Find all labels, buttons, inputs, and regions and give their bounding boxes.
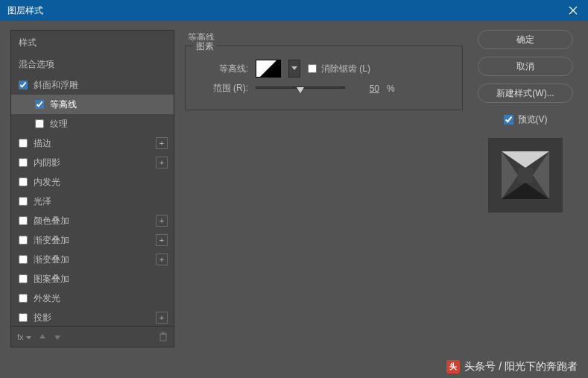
style-checkbox[interactable] bbox=[19, 313, 28, 322]
add-effect-icon[interactable]: + bbox=[156, 253, 168, 265]
chevron-down-icon bbox=[26, 336, 31, 340]
close-button[interactable] bbox=[558, 0, 588, 21]
style-label: 渐变叠加 bbox=[34, 234, 69, 247]
range-label: 范围 (R): bbox=[196, 82, 248, 95]
cancel-button[interactable]: 取消 bbox=[478, 57, 573, 76]
preview-thumbnail bbox=[488, 138, 563, 212]
style-item-10[interactable]: 图案叠加 bbox=[11, 269, 174, 289]
contour-dropdown[interactable] bbox=[288, 60, 300, 78]
preview-input[interactable] bbox=[504, 115, 513, 125]
style-checkbox[interactable] bbox=[19, 177, 28, 186]
panel-title: 等高线 bbox=[188, 31, 463, 44]
style-item-7[interactable]: 颜色叠加+ bbox=[11, 211, 174, 230]
style-label: 投影 bbox=[34, 312, 51, 324]
add-effect-icon[interactable]: + bbox=[156, 312, 168, 324]
style-item-4[interactable]: 内阴影+ bbox=[11, 153, 174, 172]
style-checkbox[interactable] bbox=[19, 274, 28, 283]
blending-options[interactable]: 混合选项 bbox=[11, 54, 174, 75]
range-slider[interactable] bbox=[256, 84, 345, 94]
style-label: 描边 bbox=[34, 137, 51, 150]
style-label: 斜面和浮雕 bbox=[34, 79, 78, 92]
style-checkbox[interactable] bbox=[35, 119, 44, 128]
style-checkbox[interactable] bbox=[19, 81, 28, 89]
arrow-up-icon[interactable] bbox=[39, 333, 46, 341]
style-label: 等高线 bbox=[50, 98, 77, 111]
new-style-button[interactable]: 新建样式(W)... bbox=[478, 84, 573, 103]
preview-label: 预览(V) bbox=[518, 113, 548, 126]
style-checkbox[interactable] bbox=[19, 158, 28, 167]
style-item-9[interactable]: 渐变叠加+ bbox=[11, 250, 174, 269]
arrow-down-icon[interactable] bbox=[54, 333, 61, 341]
ok-button[interactable]: 确定 bbox=[478, 30, 573, 49]
styles-header: 样式 bbox=[11, 31, 174, 54]
fx-menu[interactable]: fx bbox=[17, 333, 31, 341]
style-label: 图案叠加 bbox=[34, 273, 69, 286]
preview-checkbox[interactable]: 预览(V) bbox=[504, 113, 548, 126]
style-item-2[interactable]: 纹理 bbox=[11, 114, 174, 133]
watermark-logo: 头 bbox=[446, 360, 460, 374]
contour-picker[interactable] bbox=[256, 60, 281, 78]
style-checkbox[interactable] bbox=[19, 294, 28, 303]
style-checkbox[interactable] bbox=[19, 216, 28, 225]
add-effect-icon[interactable]: + bbox=[156, 234, 168, 246]
watermark-text: 头条号 / 阳光下的奔跑者 bbox=[464, 360, 578, 374]
add-effect-icon[interactable]: + bbox=[156, 157, 168, 168]
style-checkbox[interactable] bbox=[19, 236, 28, 245]
main-panel: 等高线 图素 等高线: 消除锯齿 (L) 范围 (R): bbox=[174, 30, 473, 347]
chevron-down-icon bbox=[291, 66, 297, 71]
style-label: 纹理 bbox=[50, 118, 68, 130]
style-label: 颜色叠加 bbox=[34, 215, 69, 227]
style-checkbox[interactable] bbox=[35, 100, 44, 109]
style-item-0[interactable]: 斜面和浮雕 bbox=[11, 75, 174, 95]
style-item-8[interactable]: 渐变叠加+ bbox=[11, 230, 174, 250]
dialog-title: 图层样式 bbox=[7, 4, 43, 17]
style-label: 光泽 bbox=[34, 195, 51, 208]
right-panel: 确定 取消 新建样式(W)... 预览(V) bbox=[473, 30, 578, 347]
style-label: 渐变叠加 bbox=[34, 253, 69, 266]
style-checkbox[interactable] bbox=[19, 139, 28, 148]
style-label: 外发光 bbox=[34, 292, 60, 305]
antialias-input[interactable] bbox=[308, 64, 317, 73]
style-item-11[interactable]: 外发光 bbox=[11, 289, 174, 308]
style-item-3[interactable]: 描边+ bbox=[11, 133, 174, 153]
style-label: 内阴影 bbox=[34, 157, 60, 169]
styles-sidebar: 样式 混合选项 斜面和浮雕等高线纹理描边+内阴影+内发光光泽颜色叠加+渐变叠加+… bbox=[10, 30, 174, 347]
fieldset-legend: 图素 bbox=[193, 40, 217, 53]
close-icon bbox=[569, 6, 578, 15]
style-checkbox[interactable] bbox=[19, 255, 28, 264]
antialias-label: 消除锯齿 (L) bbox=[321, 63, 370, 75]
antialias-checkbox[interactable]: 消除锯齿 (L) bbox=[308, 63, 370, 75]
style-item-1[interactable]: 等高线 bbox=[11, 95, 174, 114]
contour-label: 等高线: bbox=[196, 63, 248, 75]
add-effect-icon[interactable]: + bbox=[156, 137, 168, 149]
style-item-12[interactable]: 投影+ bbox=[11, 308, 174, 326]
elements-fieldset: 图素 等高线: 消除锯齿 (L) 范围 (R): bbox=[185, 45, 463, 110]
add-effect-icon[interactable]: + bbox=[156, 215, 168, 227]
range-unit: % bbox=[387, 84, 395, 94]
watermark: 头 头条号 / 阳光下的奔跑者 bbox=[446, 360, 578, 374]
titlebar: 图层样式 bbox=[0, 0, 588, 21]
range-value[interactable]: 50 bbox=[353, 84, 379, 94]
style-checkbox[interactable] bbox=[19, 197, 28, 206]
sidebar-footer: fx bbox=[11, 326, 174, 347]
style-label: 内发光 bbox=[34, 176, 60, 189]
style-item-6[interactable]: 光泽 bbox=[11, 192, 174, 211]
slider-thumb[interactable] bbox=[297, 87, 304, 93]
style-item-5[interactable]: 内发光 bbox=[11, 172, 174, 192]
trash-icon[interactable] bbox=[159, 332, 168, 341]
